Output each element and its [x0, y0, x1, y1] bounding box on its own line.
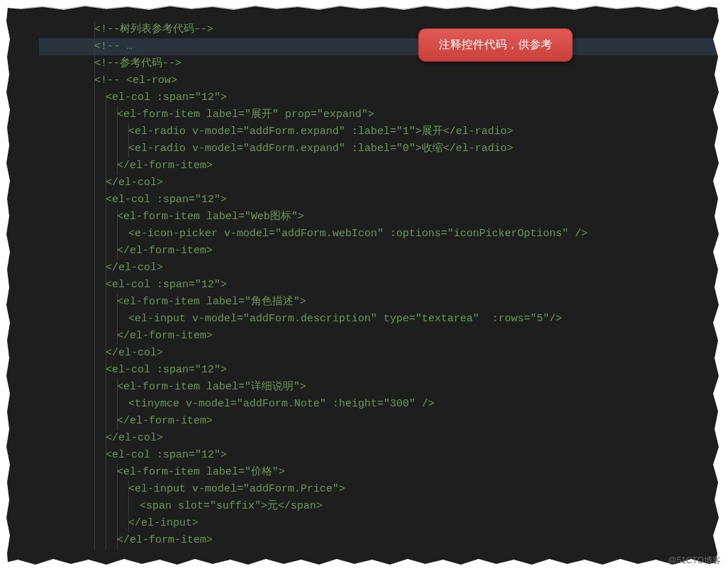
code-line[interactable]: <el-col :span="12">	[39, 89, 721, 106]
code-line[interactable]: <el-col :span="12">	[39, 277, 721, 294]
code-content[interactable]: <!--树列表参考代码--><!-- …<!--参考代码--><!-- <el-…	[39, 21, 721, 557]
code-line[interactable]: </el-col>	[39, 260, 721, 277]
code-line[interactable]: </el-form-item>	[39, 532, 721, 549]
code-line[interactable]: <!--树列表参考代码-->	[39, 21, 721, 38]
callout-text: 注释控件代码，供参考	[439, 38, 552, 50]
code-line[interactable]: </el-col>	[39, 345, 721, 362]
code-line[interactable]: <el-form-item label="角色描述">	[39, 294, 721, 311]
code-line[interactable]: <el-input v-model="addForm.description" …	[39, 311, 721, 328]
code-line[interactable]: </el-col>	[39, 174, 721, 192]
code-line[interactable]: <!-- …	[39, 38, 721, 55]
code-line[interactable]: <!-- <el-row>	[39, 72, 721, 89]
code-line[interactable]: </el-col>	[39, 430, 721, 447]
code-line[interactable]: <el-form-item label="展开" prop="expand">	[39, 106, 721, 123]
code-line[interactable]: </el-form-item>	[39, 328, 721, 345]
code-editor: <!--树列表参考代码--><!-- …<!--参考代码--><!-- <el-…	[0, 0, 728, 571]
callout-bubble: 注释控件代码，供参考	[418, 28, 573, 62]
code-line[interactable]: <e-icon-picker v-model="addForm.webIcon"…	[39, 226, 721, 243]
code-line[interactable]: <el-radio v-model="addForm.expand" :labe…	[39, 123, 721, 140]
code-line[interactable]: <span slot="suffix">元</span>	[39, 498, 721, 515]
code-line[interactable]: <el-col :span="12">	[39, 192, 721, 209]
code-line[interactable]: <el-form-item label="Web图标">	[39, 209, 721, 226]
code-line[interactable]: <el-radio v-model="addForm.expand" :labe…	[39, 140, 721, 157]
code-line[interactable]: <el-form-item label="详细说明">	[39, 379, 721, 396]
annotation-callout: 注释控件代码，供参考	[418, 28, 573, 62]
code-line[interactable]: </el-form-item>	[39, 413, 721, 430]
code-line[interactable]: <el-form-item label="价格">	[39, 464, 721, 481]
code-line[interactable]: </el-input>	[39, 515, 721, 532]
gutter	[0, 0, 39, 571]
code-line[interactable]: <el-input v-model="addForm.Price">	[39, 481, 721, 498]
code-line[interactable]: <tinymce v-model="addForm.Note" :height=…	[39, 396, 721, 413]
code-line[interactable]: </el-form-item>	[39, 157, 721, 174]
code-line[interactable]: </el-form-item>	[39, 243, 721, 260]
code-line[interactable]: <el-col :span="12">	[39, 447, 721, 464]
code-line[interactable]: <!--参考代码-->	[39, 55, 721, 72]
watermark: @51CTO博客	[668, 555, 721, 567]
code-line[interactable]: <el-col :span="12">	[39, 362, 721, 379]
